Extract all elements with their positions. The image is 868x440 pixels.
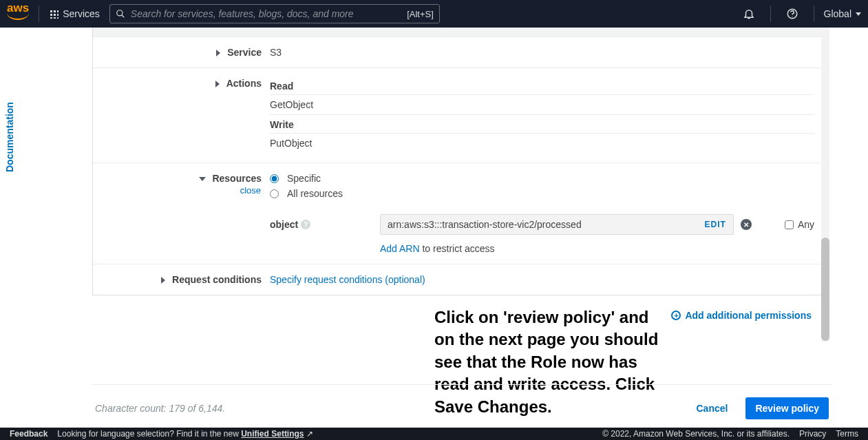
search-container[interactable]: [Alt+S] <box>109 4 440 23</box>
restrict-text: to restrict access <box>420 243 495 254</box>
expand-icon[interactable] <box>216 50 220 56</box>
grid-icon <box>49 9 59 19</box>
edit-link[interactable]: EDIT <box>705 220 726 229</box>
plus-circle-icon: + <box>671 311 681 320</box>
object-row: object ? arn:aws:s3:::transaction-store-… <box>270 214 814 235</box>
action-item: GetObject <box>270 94 814 114</box>
resources-row: Resources close Specific All resources o <box>93 163 823 264</box>
character-count: Character count: 179 of 6,144. <box>95 403 225 414</box>
notification-button[interactable] <box>737 8 761 20</box>
object-label: object <box>270 219 298 230</box>
close-link[interactable]: close <box>101 185 261 196</box>
svg-line-1 <box>122 15 125 18</box>
expand-icon[interactable] <box>215 81 220 87</box>
svg-point-3 <box>792 17 792 17</box>
nav-divider <box>814 6 814 22</box>
any-checkbox[interactable]: Any <box>785 219 814 230</box>
specify-conditions-link[interactable]: Specify request conditions (optional) <box>270 274 425 285</box>
radio-specific-label: Specific <box>287 173 321 184</box>
arn-box: arn:aws:s3:::transaction-store-vic2/proc… <box>380 214 734 235</box>
actions-label: Actions <box>226 78 262 89</box>
top-nav: aws Services [Alt+S] Global <box>0 0 868 28</box>
svg-point-0 <box>117 10 123 16</box>
arn-text: arn:aws:s3:::transaction-store-vic2/proc… <box>388 219 705 230</box>
search-shortcut: [Alt+S] <box>407 9 434 19</box>
expand-icon[interactable] <box>161 277 165 284</box>
conditions-label: Request conditions <box>172 274 262 285</box>
cancel-button[interactable]: Cancel <box>696 403 728 414</box>
actions-row: Actions Read GetObject Write PutObject <box>93 68 823 163</box>
service-label: Service <box>227 47 262 58</box>
action-group-head: Write <box>270 114 814 133</box>
help-icon[interactable]: ? <box>301 220 310 229</box>
scrollbar-thumb[interactable] <box>821 238 829 341</box>
any-checkbox-input[interactable] <box>785 220 794 229</box>
resources-label: Resources <box>212 173 262 184</box>
search-input[interactable] <box>131 8 401 19</box>
radio-specific-input[interactable] <box>270 174 279 183</box>
search-icon <box>116 9 125 19</box>
service-value: S3 <box>270 47 282 58</box>
collapse-icon[interactable] <box>199 177 206 181</box>
aws-logo[interactable]: aws <box>7 1 29 22</box>
conditions-row: Request conditions Specify request condi… <box>93 264 823 295</box>
panel-header <box>93 28 823 37</box>
policy-editor-panel: Service S3 Actions Read GetObject Write … <box>92 28 823 295</box>
add-permissions-label: Add additional permissions <box>685 310 812 321</box>
add-permissions-link[interactable]: + Add additional permissions <box>671 310 812 321</box>
help-icon <box>786 8 798 20</box>
any-label: Any <box>798 219 814 230</box>
radio-specific[interactable]: Specific <box>270 173 814 184</box>
region-selector[interactable]: Global <box>824 8 861 19</box>
action-item: PutObject <box>270 133 814 153</box>
add-arn-link[interactable]: Add ARN <box>380 243 420 254</box>
review-policy-button[interactable]: Review policy <box>745 397 829 419</box>
nav-divider <box>39 6 39 22</box>
nav-divider <box>770 6 771 22</box>
services-label: Services <box>63 8 100 19</box>
action-group-head: Read <box>270 78 814 94</box>
help-button[interactable] <box>781 8 804 20</box>
chevron-down-icon <box>856 12 861 16</box>
service-row: Service S3 <box>93 37 823 68</box>
services-button[interactable]: Services <box>49 8 100 19</box>
bottom-bar: Character count: 179 of 6,144. Cancel Re… <box>92 384 832 419</box>
bell-icon <box>743 8 755 20</box>
radio-all-input[interactable] <box>270 189 279 198</box>
radio-all[interactable]: All resources <box>270 188 814 199</box>
remove-arn-button[interactable]: ✕ <box>741 219 752 230</box>
region-label: Global <box>824 8 851 19</box>
radio-all-label: All resources <box>287 188 343 199</box>
